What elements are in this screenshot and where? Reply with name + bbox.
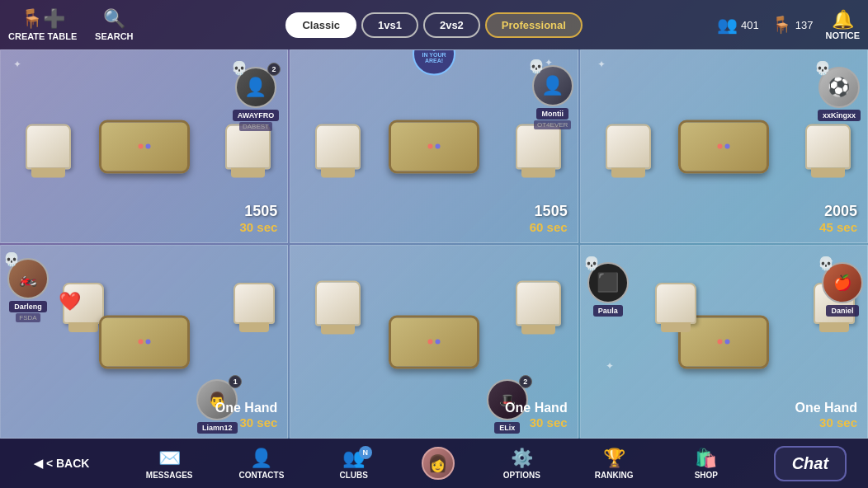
ranking-button[interactable]: 🏆 RANKING <box>589 448 639 480</box>
name-xxkingxx: xxKingxx <box>818 110 861 121</box>
create-table-icon: 🪑➕ <box>21 8 65 30</box>
time-2: 60 sec <box>530 220 568 234</box>
in-area-badge: 0IN YOURAREA! <box>413 49 455 76</box>
ranking-label: RANKING <box>595 471 634 480</box>
dot10 <box>435 340 440 345</box>
table-dots-5 <box>427 340 440 345</box>
game-cell-5[interactable]: 🎩 2 ELix One Hand 30 sec <box>290 245 578 439</box>
game-table-3 <box>678 120 769 173</box>
chat-button[interactable]: Chat <box>774 446 847 481</box>
profile-button[interactable]: 👩 <box>422 447 455 480</box>
label-text-4: One Hand <box>215 401 278 415</box>
contacts-button[interactable]: 👤 CONTACTS <box>237 448 286 480</box>
clubs-button[interactable]: 👥 N CLUBS <box>329 448 379 480</box>
messages-label: MESSAGES <box>146 471 193 480</box>
chair-left-2 <box>315 124 361 169</box>
game-cell-4[interactable]: 💀 🏍️ Darleng FSDA ❤️ 👨 1 <box>0 245 288 439</box>
skull-icon-2: 💀 <box>528 59 545 74</box>
chair-right-3 <box>805 124 851 169</box>
name-daniel: Daniel <box>826 305 858 317</box>
chair-mid-6 <box>655 283 696 324</box>
ranking-icon: 🏆 <box>603 448 625 469</box>
create-table-button[interactable]: 🪑➕ CREATE TABLE <box>8 8 77 41</box>
profile-avatar-icon: 👩 <box>427 453 448 473</box>
clubs-label: CLUBS <box>340 471 368 480</box>
player-awayfro: 💀 👤 2 AWAYFRO DABEST <box>233 67 280 131</box>
shop-button[interactable]: 🛍️ SHOP <box>682 448 731 480</box>
notice-icon: 🔔 <box>832 9 854 30</box>
options-label: OPTIONS <box>503 471 540 480</box>
options-button[interactable]: ⚙️ OPTIONS <box>497 448 546 480</box>
sub-darleng: FSDA <box>16 313 40 322</box>
dot1 <box>138 144 143 149</box>
top-bar: 🪑➕ CREATE TABLE 🔍 SEARCH Classic 1vs1 2v… <box>0 0 868 49</box>
game-cell-1[interactable]: ✦ 💀 👤 2 AWAYFRO DABEST 1 <box>0 49 288 243</box>
game-table-4 <box>99 315 190 368</box>
table-dots-3 <box>718 144 730 149</box>
search-button[interactable]: 🔍 SEARCH <box>89 8 139 41</box>
level-liamn12: 1 <box>229 375 242 388</box>
dot12 <box>725 340 730 345</box>
skull-icon-1: 💀 <box>231 60 248 76</box>
label-text-6: One Hand <box>795 401 857 415</box>
skull-icon-6b: 💀 <box>818 256 834 271</box>
players-count: 401 <box>741 19 759 31</box>
score-info-1: 1505 30 sec <box>239 203 277 234</box>
notice-button[interactable]: 🔔 NOTICE <box>825 9 860 40</box>
back-button[interactable]: ◀ < BACK <box>21 457 102 470</box>
tab-group: Classic 1vs1 2vs2 Professional <box>151 12 717 38</box>
level-awayfro: 2 <box>267 63 281 76</box>
name-paula: Paula <box>593 305 623 317</box>
back-label: < BACK <box>46 457 90 470</box>
chair-left-3 <box>606 124 651 169</box>
dot3 <box>427 144 432 149</box>
player-xxkingxx: 💀 ⚽ xxKingxx <box>818 67 861 121</box>
search-icon: 🔍 <box>103 8 125 30</box>
tab-1vs1[interactable]: 1vs1 <box>361 12 418 38</box>
time-1: 30 sec <box>239 220 277 234</box>
in-area-text: 0IN YOURAREA! <box>422 49 446 63</box>
game-cell-3[interactable]: ✦ 💀 ⚽ xxKingxx 2005 45 sec <box>580 49 868 243</box>
game-table-1 <box>99 120 190 173</box>
dot4 <box>435 144 440 149</box>
notice-label: NOTICE <box>825 30 860 40</box>
skull-icon-3: 💀 <box>814 60 831 76</box>
dot9 <box>427 340 432 345</box>
shop-label: SHOP <box>695 471 718 480</box>
tables-icon: 🪑 <box>771 15 792 35</box>
chair-right-5 <box>516 280 561 326</box>
dot11 <box>718 340 723 345</box>
game-cell-2[interactable]: ✦ 0IN YOURAREA! 💀 👤 Montii OT4EVER <box>290 49 578 243</box>
player-darleng: 💀 🏍️ Darleng FSDA <box>7 258 49 322</box>
tables-count: 137 <box>795 19 814 31</box>
clubs-notif-badge: N <box>359 446 372 459</box>
tab-2vs2[interactable]: 2vs2 <box>423 12 480 38</box>
table-dots-4 <box>138 340 150 345</box>
bottom-bar: ◀ < BACK ✉️ MESSAGES 👤 CONTACTS 👥 N CLUB… <box>0 439 868 488</box>
player-paula: 💀 ⬛ Paula <box>587 262 629 317</box>
tab-classic[interactable]: Classic <box>285 12 356 38</box>
score-info-3: 2005 45 sec <box>819 203 857 234</box>
messages-button[interactable]: ✉️ MESSAGES <box>144 448 194 480</box>
game-cell-6[interactable]: ✦ ✦ 💀 ⬛ Paula 💀 <box>580 245 868 439</box>
sub-montii: OT4EVER <box>534 120 571 129</box>
create-table-label: CREATE TABLE <box>8 31 77 41</box>
label-text-5: One Hand <box>505 401 568 415</box>
dot8 <box>145 340 150 345</box>
score-3: 2005 <box>819 203 857 220</box>
dot6 <box>725 144 730 149</box>
player-daniel: 💀 🍎 Daniel <box>822 262 863 317</box>
chair-right-2 <box>516 124 561 169</box>
player-montii: 💀 👤 Montii OT4EVER <box>532 65 573 129</box>
chair-left-1 <box>26 124 71 169</box>
time-4: 30 sec <box>215 415 278 429</box>
right-icons: 👥 401 🪑 137 🔔 NOTICE <box>717 9 860 40</box>
contacts-label: CONTACTS <box>239 471 285 480</box>
chair-mid-4 <box>63 283 104 324</box>
table-dots-2 <box>427 144 440 149</box>
shop-icon: 🛍️ <box>695 448 717 469</box>
chair-right-4 <box>234 283 275 324</box>
search-label: SEARCH <box>95 31 133 41</box>
tab-professional[interactable]: Professional <box>485 12 583 38</box>
skull-icon-6a: 💀 <box>583 256 600 271</box>
